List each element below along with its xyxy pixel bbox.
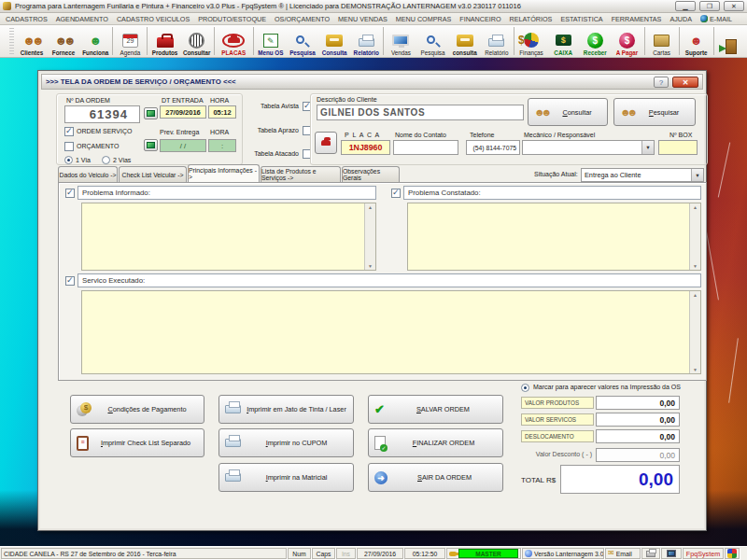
menu-agendamento[interactable]: AGENDAMENTO <box>56 15 108 23</box>
servico-executado-checkbox[interactable] <box>65 276 75 286</box>
sair-ordem-button[interactable]: ➜ SAIR DA ORDEM <box>368 463 503 492</box>
toolbar-agenda[interactable]: 29 Agenda <box>114 25 146 57</box>
orcamento-checkbox[interactable] <box>64 142 74 151</box>
toolbar-vendas[interactable]: Vendas <box>385 25 416 57</box>
close-button[interactable]: ✕ <box>724 1 744 11</box>
tab-lista-produtos-servicos[interactable]: Lista de Produtos e Serviços -> <box>261 166 341 182</box>
prev-entrega-field[interactable]: / / <box>160 139 206 152</box>
box-field[interactable] <box>658 140 698 155</box>
problema-informado-textarea[interactable]: ▲▼ <box>81 203 376 271</box>
problema-informado-checkbox[interactable] <box>65 189 75 198</box>
tab-checklist-veicular[interactable]: Check List Veicular -> <box>119 166 187 182</box>
contato-field[interactable] <box>393 140 458 155</box>
toolbar-fornecedores[interactable]: ☻☻ Fornece <box>48 25 79 57</box>
toolbar-a-pagar[interactable]: $ A Pagar <box>611 25 642 57</box>
menu-relatorios[interactable]: RELATÓRIOS <box>510 15 553 23</box>
imprimir-matricial-button[interactable]: Imprimir na Matricial <box>218 463 354 492</box>
scrollbar[interactable]: ▲▼ <box>364 203 375 270</box>
menu-financeiro[interactable]: FINANCEIRO <box>459 15 500 23</box>
status-print[interactable] <box>641 548 660 559</box>
imprimir-cupom-button[interactable]: Imprimir no CUPOM <box>218 428 354 457</box>
menu-produto-estoque[interactable]: PRODUTO/ESTOQUE <box>198 15 266 23</box>
order-number-field[interactable]: 61394 <box>64 105 140 123</box>
scroll-up-icon[interactable]: ▲ <box>368 204 373 210</box>
valor-produtos-field[interactable]: 0,00 <box>596 396 680 410</box>
placa-field[interactable]: 1NJ8960 <box>341 140 390 155</box>
menu-cadastro-veiculos[interactable]: CADASTRO VEICULOS <box>117 15 190 23</box>
toolbar-consulta-os[interactable]: Consulta <box>318 25 350 57</box>
desconto-field[interactable]: 0,00 <box>596 448 680 462</box>
client-desc-field[interactable]: GILNEI DOS SANTOS <box>317 105 524 120</box>
status-email[interactable]: ✉ Email <box>605 548 641 559</box>
finalizar-ordem-button[interactable]: FINALIZAR ORDEM <box>368 428 503 457</box>
toolbar-suporte[interactable]: ☻ Suporte <box>681 25 712 57</box>
problema-constatado-checkbox[interactable] <box>391 189 401 198</box>
prev-entrega-button[interactable] <box>144 139 158 151</box>
via1-radio[interactable] <box>64 156 73 164</box>
scroll-down-icon[interactable]: ▼ <box>693 367 698 372</box>
menu-vendas[interactable]: MENU VENDAS <box>338 15 388 23</box>
menu-compras[interactable]: MENU COMPRAS <box>396 15 452 23</box>
entry-hour-field[interactable]: 05:12 <box>208 105 236 119</box>
toolbar-cartas[interactable]: Cartas <box>646 25 678 57</box>
imprimir-checklist-button[interactable]: ≡ Imprimir Check List Separado <box>70 428 204 457</box>
scroll-up-icon[interactable]: ▲ <box>693 204 698 210</box>
toolbar-menu-os[interactable]: ✎ Menu OS <box>255 25 287 57</box>
salvar-ordem-button[interactable]: ✔ SALVAR ORDEM <box>368 395 503 424</box>
toolbar-placas[interactable]: PLACAS <box>216 25 252 57</box>
tab-dados-veiculo[interactable]: Dados do Veiculo -> <box>58 166 118 182</box>
toolbar-consulta-vendas[interactable]: consulta <box>449 25 481 57</box>
toolbar-consultar[interactable]: Consultar <box>181 25 213 57</box>
scroll-down-icon[interactable]: ▼ <box>693 263 698 269</box>
toolbar-pesquisa-vendas[interactable]: Pesquisa <box>416 25 448 57</box>
menu-email[interactable]: E-MAIL <box>700 15 732 23</box>
toolbar-relatorio-os[interactable]: Relatório <box>350 25 382 57</box>
tab-observacoes-gerais[interactable]: Observações Gerais <box>342 166 400 182</box>
via2-radio[interactable] <box>102 156 110 164</box>
order-lookup-button[interactable] <box>144 107 158 119</box>
problema-constatado-header[interactable]: Problema Constatado: <box>403 186 701 200</box>
scrollbar[interactable]: ▲▼ <box>689 291 700 373</box>
menu-ferramentas[interactable]: FERRAMENTAS <box>612 15 662 23</box>
servico-executado-textarea[interactable]: ▲▼ <box>81 290 701 374</box>
scroll-down-icon[interactable]: ▼ <box>368 263 373 269</box>
valor-servicos-field[interactable]: 0,00 <box>596 413 680 427</box>
condicoes-pagamento-button[interactable]: Condições de Pagamento <box>70 395 204 424</box>
consultar-button[interactable]: ☻☻ Consultar <box>528 98 608 126</box>
toolbar-funcionarios[interactable]: ☻ Funciona <box>79 25 111 57</box>
ordem-servico-checkbox[interactable] <box>64 127 74 136</box>
marcar-valores-radio[interactable] <box>521 384 529 392</box>
telefone-field[interactable]: (54) 8144-7075 <box>466 140 520 155</box>
placa-car-button[interactable] <box>315 132 337 154</box>
problema-informado-header[interactable]: Problema Informado: <box>78 186 376 200</box>
toolbar-produtos[interactable]: Produtos <box>148 25 180 57</box>
menu-estatistica[interactable]: ESTATISTICA <box>560 15 602 23</box>
deslocamento-field[interactable]: 0,00 <box>596 429 680 443</box>
minimize-button[interactable]: ▁ <box>675 1 696 11</box>
imprimir-jato-button[interactable]: Imprimir em Jato de Tinta / Laser <box>218 395 354 424</box>
toolbar-exit[interactable] <box>715 25 747 57</box>
mecanico-dropdown[interactable]: ▼ <box>522 140 655 155</box>
menu-ajuda[interactable]: AJUDA <box>669 15 692 23</box>
status-network[interactable] <box>661 548 682 559</box>
help-button[interactable]: ? <box>654 77 669 88</box>
entry-date-field[interactable]: 27/09/2016 <box>160 105 206 119</box>
scroll-up-icon[interactable]: ▲ <box>693 292 698 298</box>
tab-principais-informacoes[interactable]: Principais Informações -> <box>188 164 260 182</box>
toolbar-clientes[interactable]: ☻☻ Clientes <box>16 25 48 57</box>
scrollbar[interactable]: ▲▼ <box>689 203 700 270</box>
menu-cadastros[interactable]: CADASTROS <box>6 15 48 23</box>
prev-hora-field[interactable]: : <box>208 139 236 152</box>
problema-constatado-textarea[interactable]: ▲▼ <box>407 203 701 271</box>
toolbar-caixa[interactable]: $ CAIXA <box>547 25 579 57</box>
servico-executado-header[interactable]: Servico Executado: <box>78 273 701 287</box>
restore-button[interactable]: ❐ <box>699 1 720 11</box>
os-window-titlebar[interactable]: >>> TELA DA ORDEM DE SERVIÇO / ORÇAMENTO… <box>41 74 703 90</box>
toolbar-relatorio-vendas[interactable]: Relatório <box>481 25 513 57</box>
toolbar-pesquisa-os[interactable]: Pesquisa <box>287 25 318 57</box>
toolbar-financas[interactable]: Finanças <box>515 25 547 57</box>
os-close-button[interactable]: ✕ <box>672 77 698 88</box>
toolbar-receber[interactable]: $ Receber <box>579 25 611 57</box>
situacao-dropdown[interactable]: Entrega ao Cliente ▼ <box>581 168 704 182</box>
pesquisar-button[interactable]: ☻☻ Pesquisar <box>613 98 696 126</box>
